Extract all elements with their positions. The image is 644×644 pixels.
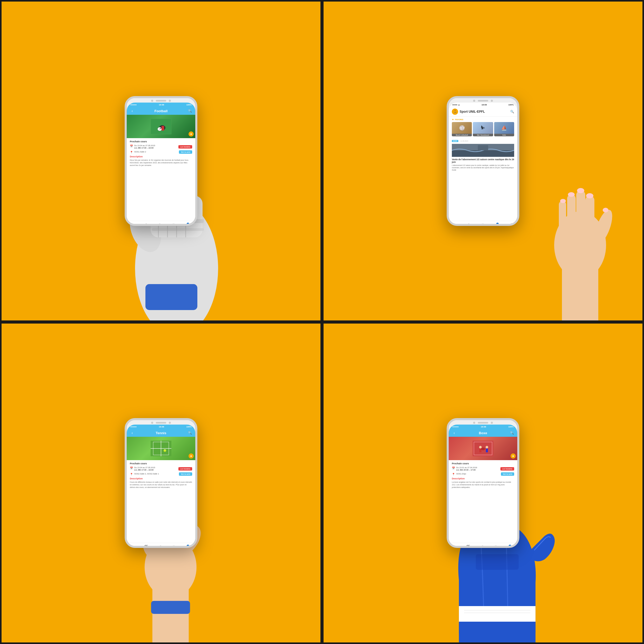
tennis-search-icon: 🔍 <box>188 431 192 435</box>
news-hero-image <box>452 144 514 157</box>
boxing-back-button[interactable]: ‹ <box>452 431 457 435</box>
boxing-calendar-icon: 📅 <box>452 467 455 469</box>
boxing-prochain-cours-title: Prochain cours <box>452 462 514 465</box>
tennis-nav-schedule[interactable]: ◷ <box>159 545 162 548</box>
svg-rect-31 <box>467 146 475 150</box>
boxing-nav-profile[interactable]: 👤 <box>508 545 512 548</box>
svg-point-49 <box>481 448 485 450</box>
boxing-nav-trophy[interactable]: ♕ <box>494 545 498 548</box>
boxing-horaires-button[interactable]: Les horaires <box>500 467 514 471</box>
nav-info[interactable]: ℹ <box>511 223 512 226</box>
sport-unil-phone-wrapper: ●●●● ▲ 18:08 100% 🏃 Sport UNIL-EPFL 🔍 <box>447 96 519 226</box>
calendar-icon: 📅 <box>130 145 133 147</box>
phone-speaker-4 <box>478 422 488 424</box>
tennis-bottom-nav: ⌂ ⚽ ◷ ♕ 👤 <box>127 543 195 548</box>
carte-button[interactable]: Voir la carte <box>179 150 192 154</box>
svg-point-45 <box>479 446 482 448</box>
boxing-phone: ●●●●● 18:08 100% ‹ Boxe 🔍 <box>447 418 519 548</box>
nav-trophy[interactable]: ♕ <box>172 223 175 226</box>
boxing-search-button[interactable]: 🔍 <box>509 431 514 435</box>
phone-camera-4 <box>491 100 493 102</box>
boxing-favorite-star-badge[interactable]: ★ <box>511 453 516 459</box>
nav-home-2[interactable]: ⌂ <box>454 223 456 226</box>
volleyball-card-label: Beach volleyball <box>452 134 472 136</box>
tennis-phone-wrapper: ●●●●● 18:08 100% ‹ Tennis 🔍 <box>125 418 197 548</box>
nav-profile[interactable]: 👤 <box>186 223 190 226</box>
prochain-cours-title: Prochain cours <box>130 140 192 143</box>
nav-schedule-2[interactable]: ◷ <box>467 223 470 226</box>
nav-profile-2[interactable]: 👤 <box>495 223 500 226</box>
voile-card[interactable]: ⛵ Voile <box>494 122 514 136</box>
sport-unil-phone: ●●●● ▲ 18:08 100% 🏃 Sport UNIL-EPFL 🔍 <box>447 96 519 226</box>
tennis-carte-button[interactable]: Voir la carte <box>179 472 192 476</box>
favorites-label-text: FAVORIS <box>455 118 463 121</box>
tennis-schedule-text: LU, ME 17:30 – 22:00 <box>134 469 155 471</box>
tennis-nav-home[interactable]: ⌂ <box>132 545 134 548</box>
time-display: 18:08 <box>159 104 164 106</box>
tennis-prochain-cours-title: Prochain cours <box>130 462 192 465</box>
tennis-location-text: SOS2-Salle 2, SOS2-Salle 1 <box>134 473 179 475</box>
time-display-2: 18:08 <box>481 104 487 106</box>
voile-card-image: ⛵ <box>494 122 514 134</box>
location-icon: 📍 <box>130 151 133 154</box>
sport-search-icon[interactable]: 🔍 <box>510 110 514 113</box>
boxing-hero-image: ★ <box>449 437 517 460</box>
phone-camera-6 <box>169 422 171 424</box>
phone-camera-5 <box>151 422 153 424</box>
tennis-favorite-star-badge[interactable]: ★ <box>189 453 194 459</box>
tennis-hero-image: ★ <box>127 437 195 460</box>
boxing-location-row: 📍 SOS1-Dojo Voir la carte <box>452 472 514 476</box>
tennis-nav-trophy[interactable]: ♕ <box>172 545 176 548</box>
tennis-horaires-button[interactable]: Les horaires <box>178 467 192 471</box>
horaires-button[interactable]: Les horaires <box>178 145 192 149</box>
boxing-carte-button[interactable]: Voir la carte <box>501 472 514 476</box>
tennis-back-button[interactable]: ‹ <box>130 431 135 435</box>
tennis-phone-inner: ●●●●● 18:08 100% ‹ Tennis 🔍 <box>127 425 195 548</box>
tennis-app-content: Prochain cours 📅 Du 13.04 au 27.05.2015 … <box>127 460 195 543</box>
sport-unil-title: Sport UNIL-EPFL <box>460 110 509 113</box>
tennis-phone-scene: ●●●●● 18:08 100% ‹ Tennis 🔍 <box>2 324 320 642</box>
boxing-description-title: Description <box>452 477 514 480</box>
boxing-ring-svg <box>473 441 493 456</box>
quadrant-boxe: ●●●●● 18:08 100% ‹ Boxe 🔍 <box>322 322 644 644</box>
volleyball-card-image: 🏐 <box>452 122 472 134</box>
nav-home[interactable]: ⌂ <box>132 223 134 226</box>
boxing-schedule-text: LU, MA 15:30 – 17:00 <box>456 469 477 471</box>
boxing-date-range-text: Du 13.01 au 27.04.2016 <box>456 466 477 469</box>
quadrant-tennis: ●●●●● 18:08 100% ‹ Tennis 🔍 <box>0 322 322 644</box>
tennis-search-button[interactable]: 🔍 <box>187 431 192 435</box>
sport-unil-logo: 🏃 <box>452 109 458 115</box>
tennis-nav-sports[interactable]: ⚽ <box>144 545 149 548</box>
nav-sports[interactable]: ⊙ <box>145 223 148 226</box>
phone-camera <box>151 100 153 102</box>
nav-schedule[interactable]: ◷ <box>158 223 161 226</box>
news-article-body: L'abonnement 1/2 saison pour le centre n… <box>452 164 514 171</box>
tennis-date-range-text: Du 13.04 au 27.05.2015 <box>134 466 155 469</box>
battery-level: 100% <box>186 104 192 106</box>
description-title: Description <box>130 155 192 158</box>
boxing-nav-home[interactable]: ⌂ <box>454 545 456 548</box>
tennis-date-row: 📅 Du 13.04 au 27.05.2015 LU, ME 17:30 – … <box>130 466 192 471</box>
signal-strength-3: ●●●●● <box>130 426 137 428</box>
boxing-phone-inner: ●●●●● 18:08 100% ‹ Boxe 🔍 <box>449 425 517 548</box>
tennis-hero-bg <box>127 437 195 460</box>
tennis-court-svg <box>151 441 171 456</box>
nav-trophy-2[interactable]: ♕ <box>481 223 485 226</box>
tennis-nav-profile[interactable]: 👤 <box>186 545 190 548</box>
tennis-description-title: Description <box>130 477 192 480</box>
boxing-app-header: ‹ Boxe 🔍 <box>449 429 517 437</box>
signal-strength: ●●●●● <box>130 104 137 106</box>
phone-speaker-2 <box>478 100 488 102</box>
tennis-location-row: 📍 SOS2-Salle 2, SOS2-Salle 1 Voir la car… <box>130 472 192 476</box>
ski-card[interactable]: ⛷ Ski / Snowboard <box>473 122 493 136</box>
boxing-back-arrow-icon: ‹ <box>454 431 455 435</box>
sport-unil-status-bar: ●●●● ▲ 18:08 100% <box>449 103 517 107</box>
volleyball-card[interactable]: 🏐 Beach volleyball <box>452 122 472 136</box>
back-button[interactable]: ‹ <box>130 109 135 113</box>
boxing-nav-sports[interactable]: ⚽ <box>466 545 471 548</box>
search-button[interactable]: 🔍 <box>187 109 192 113</box>
boxing-date-row: 📅 Du 13.01 au 27.04.2016 LU, MA 15:30 – … <box>452 466 514 471</box>
boxing-phone-scene: ●●●●● 18:08 100% ‹ Boxe 🔍 <box>324 324 642 642</box>
boxing-nav-schedule[interactable]: ◷ <box>481 545 484 548</box>
favorite-star-badge[interactable]: ★ <box>189 131 194 137</box>
